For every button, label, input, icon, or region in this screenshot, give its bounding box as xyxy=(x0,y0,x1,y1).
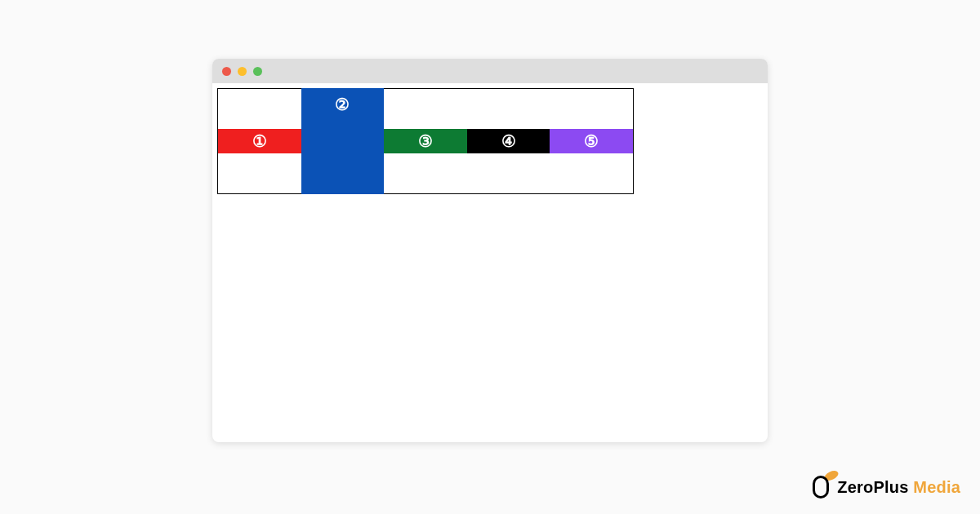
logo-text: ZeroPlus Media xyxy=(837,478,960,497)
flex-container: ① ② ③ ④ ⑤ xyxy=(217,88,634,194)
browser-content: ① ② ③ ④ ⑤ xyxy=(212,83,768,442)
close-icon[interactable] xyxy=(222,67,231,76)
brand-logo: ZeroPlus Media xyxy=(813,475,960,499)
flex-item-1: ① xyxy=(218,129,301,153)
flex-item-2: ② xyxy=(301,88,385,194)
flex-item-5: ⑤ xyxy=(550,129,633,153)
browser-window: ① ② ③ ④ ⑤ xyxy=(212,59,768,442)
logo-icon xyxy=(813,475,832,499)
window-titlebar xyxy=(212,59,768,83)
flex-item-3: ③ xyxy=(384,129,467,153)
logo-brand: ZeroPlus xyxy=(837,478,908,496)
flex-item-4: ④ xyxy=(467,129,550,153)
zoom-icon[interactable] xyxy=(253,67,262,76)
minimize-icon[interactable] xyxy=(238,67,247,76)
logo-suffix: Media xyxy=(913,478,960,496)
